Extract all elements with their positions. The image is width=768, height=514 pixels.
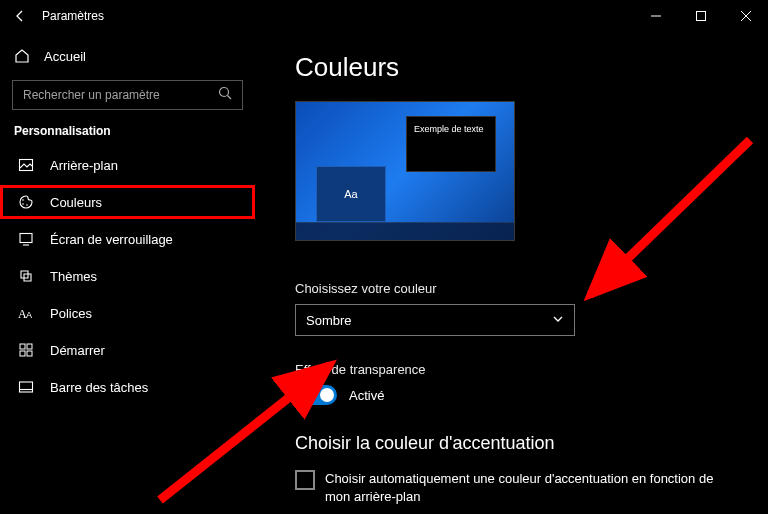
preview-taskbar xyxy=(296,222,514,240)
page-title: Couleurs xyxy=(295,52,738,83)
themes-icon xyxy=(18,268,34,284)
search-icon xyxy=(218,86,232,104)
back-button[interactable] xyxy=(12,8,28,24)
svg-rect-1 xyxy=(696,12,705,21)
auto-accent-label: Choisir automatiquement une couleur d'ac… xyxy=(325,470,725,506)
close-button[interactable] xyxy=(723,0,768,32)
svg-point-8 xyxy=(22,203,24,205)
app-title: Paramètres xyxy=(42,9,104,23)
svg-point-7 xyxy=(22,199,24,201)
svg-rect-15 xyxy=(27,344,32,349)
home-icon xyxy=(14,48,30,64)
start-icon xyxy=(18,342,34,358)
fonts-icon: AA xyxy=(18,305,34,321)
toggle-knob xyxy=(320,388,334,402)
svg-rect-17 xyxy=(27,351,32,356)
transparency-toggle[interactable] xyxy=(295,385,337,405)
palette-icon xyxy=(18,194,34,210)
transparency-state-label: Activé xyxy=(349,388,384,403)
lock-screen-icon xyxy=(18,231,34,247)
nav-label: Barre des tâches xyxy=(50,380,148,395)
svg-rect-18 xyxy=(20,382,33,392)
preview-aa-window: Aa xyxy=(316,166,386,222)
nav-label: Polices xyxy=(50,306,92,321)
nav-label: Écran de verrouillage xyxy=(50,232,173,247)
nav-label: Couleurs xyxy=(50,195,102,210)
svg-line-5 xyxy=(228,96,232,100)
nav-item-lockscreen[interactable]: Écran de verrouillage xyxy=(0,222,255,256)
window-controls xyxy=(633,0,768,32)
nav-label: Thèmes xyxy=(50,269,97,284)
titlebar: Paramètres xyxy=(0,0,768,32)
picture-icon xyxy=(18,157,34,173)
svg-text:A: A xyxy=(26,310,32,320)
minimize-button[interactable] xyxy=(633,0,678,32)
nav-item-background[interactable]: Arrière-plan xyxy=(0,148,255,182)
auto-accent-checkbox[interactable] xyxy=(295,470,315,490)
main-panel: Couleurs Exemple de texte Aa Choisissez … xyxy=(255,32,768,514)
home-label: Accueil xyxy=(44,49,86,64)
nav-label: Démarrer xyxy=(50,343,105,358)
color-mode-label: Choisissez votre couleur xyxy=(295,281,738,296)
nav-item-taskbar[interactable]: Barre des tâches xyxy=(0,370,255,404)
nav-item-themes[interactable]: Thèmes xyxy=(0,259,255,293)
color-mode-dropdown[interactable]: Sombre xyxy=(295,304,575,336)
svg-point-4 xyxy=(220,88,229,97)
svg-rect-16 xyxy=(20,351,25,356)
preview-text-window: Exemple de texte xyxy=(406,116,496,172)
svg-point-9 xyxy=(26,204,28,206)
chevron-down-icon xyxy=(552,313,564,328)
svg-rect-14 xyxy=(20,344,25,349)
home-nav[interactable]: Accueil xyxy=(0,40,255,72)
color-preview: Exemple de texte Aa xyxy=(295,101,515,241)
nav-item-fonts[interactable]: AA Polices xyxy=(0,296,255,330)
svg-rect-10 xyxy=(20,234,32,243)
transparency-label: Effets de transparence xyxy=(295,362,738,377)
search-input[interactable] xyxy=(23,88,193,102)
search-box[interactable] xyxy=(12,80,243,110)
accent-heading: Choisir la couleur d'accentuation xyxy=(295,433,738,454)
section-title: Personnalisation xyxy=(0,124,255,148)
sidebar: Accueil Personnalisation Arrière-plan Co… xyxy=(0,32,255,514)
maximize-button[interactable] xyxy=(678,0,723,32)
nav-item-start[interactable]: Démarrer xyxy=(0,333,255,367)
taskbar-icon xyxy=(18,379,34,395)
nav-item-colors[interactable]: Couleurs xyxy=(0,185,255,219)
nav-label: Arrière-plan xyxy=(50,158,118,173)
dropdown-value: Sombre xyxy=(306,313,352,328)
